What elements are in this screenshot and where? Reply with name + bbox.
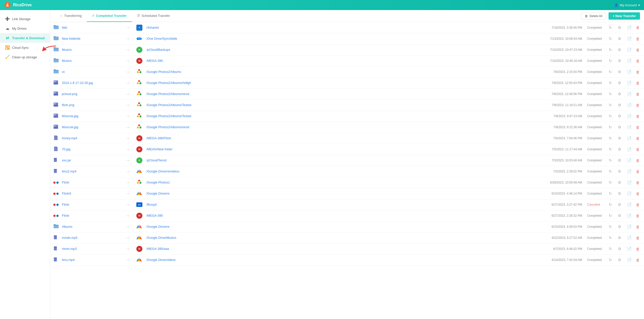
delete-button[interactable]: 🗑 [635, 24, 641, 31]
sidebar-item-transfer-download[interactable]: ⇄ Transfer & Download [0, 33, 50, 43]
report-button[interactable]: 📄 [626, 69, 633, 75]
settings-button[interactable]: ⚙ [617, 47, 622, 53]
delete-button[interactable]: 🗑 [635, 213, 641, 219]
settings-button[interactable]: ⚙ [617, 24, 622, 31]
settings-button[interactable]: ⚙ [617, 113, 622, 119]
delete-button[interactable]: 🗑 [635, 202, 641, 208]
settings-button[interactable]: ⚙ [617, 190, 622, 197]
delete-button[interactable]: 🗑 [635, 168, 641, 175]
refresh-button[interactable]: ↻ [608, 257, 613, 263]
refresh-button[interactable]: ↻ [608, 124, 613, 130]
tab-scheduled-transfer[interactable]: ⏱ Scheduled Transfer [132, 10, 175, 22]
refresh-button[interactable]: ↻ [608, 212, 613, 219]
refresh-button[interactable]: ↻ [608, 223, 613, 230]
refresh-button[interactable]: ↻ [608, 201, 613, 208]
delete-button[interactable]: 🗑 [635, 102, 641, 108]
delete-button[interactable]: 🗑 [635, 224, 641, 230]
table-row: Moscow.jpg → /Google Photos2/Albums/Test… [50, 111, 644, 122]
delete-button[interactable]: 🗑 [635, 146, 641, 153]
delete-button[interactable]: 🗑 [635, 113, 641, 119]
report-button[interactable]: 📄 [626, 102, 633, 108]
report-button[interactable]: 📄 [626, 212, 633, 219]
refresh-button[interactable]: ↻ [608, 47, 613, 53]
settings-button[interactable]: ⚙ [617, 257, 622, 263]
refresh-button[interactable]: ↻ [608, 235, 613, 241]
report-button[interactable]: 📄 [626, 80, 633, 86]
settings-button[interactable]: ⚙ [617, 91, 622, 97]
report-button[interactable]: 📄 [626, 146, 633, 153]
settings-button[interactable]: ⚙ [617, 235, 622, 241]
settings-button[interactable]: ⚙ [617, 246, 622, 252]
report-button[interactable]: 📄 [626, 190, 633, 197]
refresh-button[interactable]: ↻ [608, 168, 613, 175]
settings-button[interactable]: ⚙ [617, 223, 622, 230]
refresh-button[interactable]: ↻ [608, 246, 613, 252]
settings-button[interactable]: ⚙ [617, 157, 622, 164]
settings-button[interactable]: ⚙ [617, 35, 622, 42]
delete-button[interactable]: 🗑 [635, 157, 641, 164]
report-button[interactable]: 📄 [626, 157, 633, 164]
refresh-button[interactable]: ↻ [608, 113, 613, 119]
tab-completed-transfer[interactable]: ✓ Completed Transfer [87, 10, 132, 22]
delete-button[interactable]: 🗑 [635, 235, 641, 241]
refresh-button[interactable]: ↻ [608, 157, 613, 164]
sidebar-item-my-drives[interactable]: ☁ My Drives [0, 24, 50, 33]
report-button[interactable]: 📄 [626, 91, 633, 97]
report-button[interactable]: 📄 [626, 179, 633, 186]
settings-button[interactable]: ⚙ [617, 201, 622, 208]
settings-button[interactable]: ⚙ [617, 212, 622, 219]
report-button[interactable]: 📄 [626, 35, 633, 42]
refresh-button[interactable]: ↻ [608, 102, 613, 108]
report-button[interactable]: 📄 [626, 124, 633, 130]
sidebar-item-cloud-sync[interactable]: 🔁 Cloud Sync [0, 43, 50, 52]
report-button[interactable]: 📄 [626, 201, 633, 208]
refresh-button[interactable]: ↻ [608, 91, 613, 97]
settings-button[interactable]: ⚙ [617, 179, 622, 186]
report-button[interactable]: 📄 [626, 58, 633, 64]
sidebar-item-link-storage[interactable]: ➕ Link Storage [0, 14, 50, 24]
refresh-button[interactable]: ↻ [608, 190, 613, 197]
delete-button[interactable]: 🗑 [635, 47, 641, 53]
delete-button[interactable]: 🗑 [635, 246, 641, 252]
delete-button[interactable]: 🗑 [635, 124, 641, 130]
settings-button[interactable]: ⚙ [617, 80, 622, 86]
report-button[interactable]: 📄 [626, 235, 633, 241]
delete-button[interactable]: 🗑 [635, 36, 641, 42]
refresh-button[interactable]: ↻ [608, 80, 613, 86]
delete-button[interactable]: 🗑 [635, 257, 641, 263]
delete-button[interactable]: 🗑 [635, 179, 641, 186]
new-transfer-button[interactable]: + New Transfer [609, 12, 640, 20]
report-button[interactable]: 📄 [626, 24, 633, 31]
settings-button[interactable]: ⚙ [617, 58, 622, 64]
settings-button[interactable]: ⚙ [617, 146, 622, 153]
refresh-button[interactable]: ↻ [608, 58, 613, 64]
settings-button[interactable]: ⚙ [617, 168, 622, 175]
refresh-button[interactable]: ↻ [608, 135, 613, 142]
refresh-button[interactable]: ↻ [608, 146, 613, 153]
report-button[interactable]: 📄 [626, 47, 633, 53]
refresh-button[interactable]: ↻ [608, 179, 613, 186]
delete-button[interactable]: 🗑 [635, 69, 641, 75]
report-button[interactable]: 📄 [626, 246, 633, 252]
delete-button[interactable]: 🗑 [635, 91, 641, 97]
refresh-button[interactable]: ↻ [608, 69, 613, 75]
delete-button[interactable]: 🗑 [635, 80, 641, 86]
report-button[interactable]: 📄 [626, 168, 633, 175]
report-button[interactable]: 📄 [626, 257, 633, 263]
settings-button[interactable]: ⚙ [617, 69, 622, 75]
report-button[interactable]: 📄 [626, 113, 633, 119]
tab-transferring[interactable]: → Transferring [54, 10, 87, 22]
refresh-button[interactable]: ↻ [608, 24, 613, 31]
delete-all-button[interactable]: 🗑 Delete All [581, 13, 606, 20]
delete-button[interactable]: 🗑 [635, 135, 641, 142]
report-button[interactable]: 📄 [626, 223, 633, 230]
delete-button[interactable]: 🗑 [635, 58, 641, 64]
sidebar-item-clean-storage[interactable]: 🧹 Clean up storage [0, 52, 50, 62]
settings-button[interactable]: ⚙ [617, 135, 622, 142]
settings-button[interactable]: ⚙ [617, 102, 622, 108]
refresh-button[interactable]: ↻ [608, 35, 613, 42]
delete-button[interactable]: 🗑 [635, 191, 641, 197]
report-button[interactable]: 📄 [626, 135, 633, 142]
account-menu[interactable]: 👤 My Account ▾ [614, 3, 640, 7]
settings-button[interactable]: ⚙ [617, 124, 622, 130]
